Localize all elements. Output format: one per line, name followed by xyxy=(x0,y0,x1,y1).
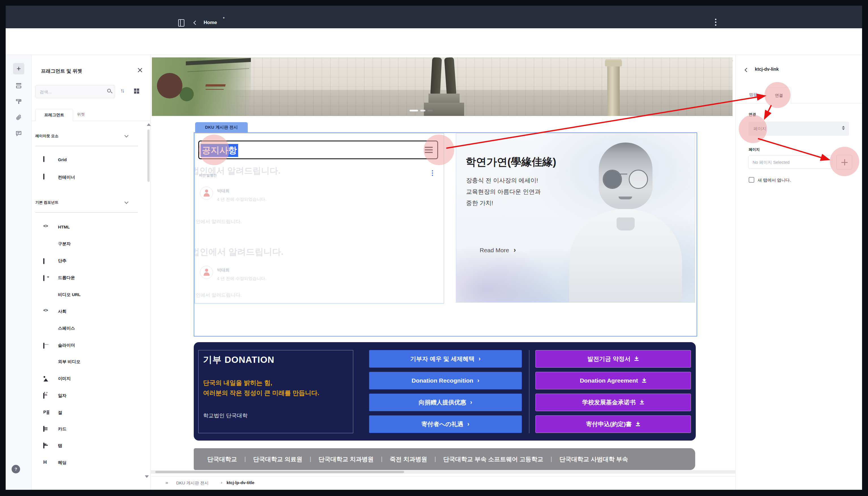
donation-download-button[interactable]: 学校发展基金承诺书 xyxy=(536,394,691,411)
footer-link[interactable]: 단국대학교 xyxy=(207,455,237,463)
fragment-item-social[interactable]: <>사회 xyxy=(35,306,143,317)
board-entry-title: 법인에서 알려드립니다. xyxy=(195,218,242,225)
horizontal-scrollbar[interactable] xyxy=(151,470,735,474)
donation-link-button[interactable]: 向捐赠人提供优惠› xyxy=(369,394,522,411)
fragment-item-container[interactable]: 컨테이너 xyxy=(35,172,143,183)
panel-scrollbar[interactable] xyxy=(148,129,150,182)
cards-view-icon[interactable] xyxy=(134,89,139,94)
selected-title-text: 공지사항 xyxy=(201,144,238,157)
attachments-rail-button[interactable] xyxy=(13,112,24,123)
scroll-down-icon[interactable] xyxy=(145,475,149,478)
chevron-right-icon: › xyxy=(467,420,469,428)
fragment-item-button[interactable]: 단추 xyxy=(35,255,143,267)
tab-fragments[interactable]: 프레그먼트 xyxy=(35,109,73,121)
donation-download-button[interactable]: Donation Agreement xyxy=(536,372,691,389)
donation-download-button[interactable]: 발전기금 약정서 xyxy=(536,350,691,368)
breadcrumb-root[interactable]: DKU 게시판 전시 xyxy=(176,480,209,486)
sort-order-icon[interactable]: ↑↓ xyxy=(121,88,124,94)
entry-kebab-icon[interactable] xyxy=(432,170,433,177)
scroll-up-icon[interactable] xyxy=(147,123,151,126)
fragment-item-spacer[interactable]: 스페이스 xyxy=(35,323,143,334)
link-type-select[interactable]: 페이지 xyxy=(748,122,849,136)
chevron-down-icon[interactable] xyxy=(124,134,128,137)
download-icon xyxy=(640,400,644,404)
kebab-menu-icon[interactable] xyxy=(715,19,716,27)
donation-banner: 기부 DONATION 단국의 내일을 밝히는 힘, 여러분의 작은 정성이 큰… xyxy=(194,342,696,440)
hero-column xyxy=(607,65,620,116)
read-more-link[interactable]: Read More xyxy=(480,246,516,254)
fragment-item-tab[interactable]: 탭 xyxy=(35,440,143,452)
hero-carousel-image[interactable] xyxy=(152,58,732,116)
style-rail-button[interactable] xyxy=(13,96,24,107)
footer-link[interactable]: 죽전 치과병원 xyxy=(390,455,427,463)
sidebar-toggle-icon[interactable] xyxy=(178,19,184,27)
page-structure-rail-button[interactable] xyxy=(13,80,24,91)
fragment-item-card[interactable]: 카드 xyxy=(35,423,143,435)
add-fragments-rail-button[interactable]: + xyxy=(13,63,24,74)
new-tab-label: 새 탭에서 엽니다. xyxy=(758,177,791,183)
donation-title: 기부 DONATION xyxy=(203,354,274,366)
page-editor-canvas: DKU 게시판 전시 공지사항 법인에서 알려드립니다. 자산 발행인 박태희 … xyxy=(151,55,735,490)
unsaved-indicator: * xyxy=(223,16,224,21)
panel-back-icon[interactable] xyxy=(745,68,749,73)
section-divider xyxy=(35,146,138,146)
fragment-item-image[interactable]: 이미지 xyxy=(35,373,143,385)
footer-link[interactable]: 단국대학교 치과병원 xyxy=(319,455,374,463)
author-avatar xyxy=(200,187,213,200)
board-title-editable-field[interactable]: 공지사항 xyxy=(198,141,438,159)
chevron-down-icon[interactable] xyxy=(124,200,128,204)
breadcrumb-expand-icon[interactable]: » xyxy=(166,480,168,485)
comment-icon xyxy=(16,130,22,137)
donation-link-button[interactable]: 기부자 예우 및 세제혜택› xyxy=(369,350,522,368)
hamburger-menu-icon[interactable] xyxy=(425,147,433,153)
essay-line: 교육현장의 아름다운 인연과 xyxy=(466,188,541,196)
donation-link-button[interactable]: 寄付者への礼遇› xyxy=(369,415,522,433)
fragment-item-dropdown[interactable]: 드롭다운 xyxy=(35,272,143,284)
separator-icon xyxy=(43,241,50,247)
left-icon-rail: + ? xyxy=(6,55,32,490)
fragment-item-separator[interactable]: 구분자 xyxy=(35,238,143,250)
board-display-card[interactable]: 공지사항 법인에서 알려드립니다. 자산 발행인 박태희 4 년 전에 수정되었… xyxy=(195,133,444,304)
author-avatar xyxy=(200,266,213,279)
carousel-indicators[interactable] xyxy=(409,110,433,111)
fragment-item-paragraph[interactable]: P절 xyxy=(35,407,143,419)
essay-banner-card[interactable]: 학연가연(學緣佳緣) 장충식 전 이사장의 에세이! 교육현장의 아름다운 인연… xyxy=(456,133,695,303)
new-tab-checkbox[interactable] xyxy=(749,177,754,183)
download-icon xyxy=(636,422,640,426)
donation-download-button[interactable]: 寄付申込(約定)書 xyxy=(536,415,691,433)
search-icon xyxy=(107,89,111,92)
back-chevron-icon[interactable] xyxy=(193,21,198,25)
fragment-item-html[interactable]: <>HTML xyxy=(35,222,143,233)
footer-link[interactable]: 단국대학교 의료원 xyxy=(253,455,303,463)
tab-widgets[interactable]: 위젯 xyxy=(77,112,85,117)
card-icon xyxy=(43,426,50,433)
heading-icon: H xyxy=(43,460,50,466)
fragment-item-date[interactable]: 일자 xyxy=(35,390,143,402)
add-page-button[interactable] xyxy=(836,155,852,169)
footer-link[interactable]: 단국대학교 사범대학 부속 xyxy=(559,455,628,463)
tab-link[interactable]: 연결 xyxy=(767,87,791,104)
scrollbar-thumb[interactable] xyxy=(155,471,404,473)
dropdown-icon xyxy=(43,275,50,281)
help-button[interactable]: ? xyxy=(12,465,20,474)
page-select-input[interactable] xyxy=(748,156,832,169)
tab-mapping[interactable]: 맵핑 xyxy=(749,92,757,97)
search-input[interactable] xyxy=(40,86,102,98)
section-layout-elements[interactable]: 레이아웃 요소 xyxy=(35,134,59,139)
section-basic-components[interactable]: 기본 컴포넌트 xyxy=(35,200,59,205)
fragment-item-external-video[interactable]: 외부 비디오 xyxy=(35,356,143,368)
donation-link-button[interactable]: Donation Recognition› xyxy=(369,372,522,389)
donation-divider xyxy=(529,350,529,433)
fragment-item-heading[interactable]: H헤딩 xyxy=(35,457,143,468)
layers-icon xyxy=(16,83,21,84)
fragment-item-grid[interactable]: Grid xyxy=(35,154,143,166)
footer-link[interactable]: 단국대학교 부속 소프트웨어 고등학교 xyxy=(443,455,543,463)
close-icon[interactable] xyxy=(137,67,142,73)
editor-toolbar: 경험 기본 페이지 디자인 초안 삭제 화면 게시 xyxy=(6,28,862,55)
modified-date: 4 년 전에 수정되었습니다. xyxy=(217,197,266,202)
comments-rail-button[interactable] xyxy=(13,128,24,139)
selection-breadcrumb-bar: » DKU 게시판 전시 › ktcj-lp-dv-title xyxy=(151,476,735,490)
fragment-item-slider[interactable]: 슬라이더 xyxy=(35,340,143,351)
fragment-item-video-url[interactable]: 비디오 URL xyxy=(35,289,143,300)
breadcrumb-current: ktcj-lp-dv-title xyxy=(227,480,254,485)
